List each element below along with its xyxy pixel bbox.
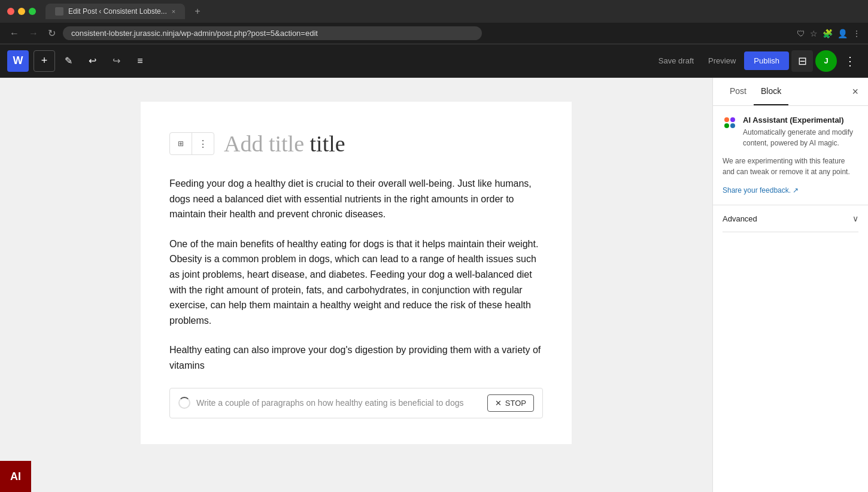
ai-stop-button[interactable]: ✕ STOP: [487, 394, 534, 412]
post-title[interactable]: Add title title: [224, 130, 543, 157]
undo-icon: ↩: [89, 55, 96, 66]
ai-spinner: [178, 397, 190, 409]
plus-icon: +: [41, 54, 48, 67]
title-placeholder: Add title: [224, 131, 304, 156]
jetpack-button[interactable]: J: [815, 50, 837, 72]
publish-button[interactable]: Publish: [744, 51, 789, 70]
ai-panel-note: We are experimenting with this feature a…: [723, 156, 858, 177]
wp-toolbar: W + ✎ ↩ ↪ ≡ Save draft Preview Publish ⊟…: [0, 44, 868, 78]
settings-icon: ⊟: [798, 54, 807, 68]
tab-close-icon[interactable]: ×: [172, 8, 175, 15]
star-icon[interactable]: ☆: [810, 29, 818, 38]
block-toolbar: ⊞ ⋮: [169, 132, 214, 155]
tab-favicon: [55, 7, 63, 16]
wp-main: ⊞ ⋮ Add title title Feeding your dog a h…: [0, 78, 868, 492]
svg-point-0: [724, 117, 729, 122]
sidebar: Post Block ×: [712, 78, 868, 492]
browser-tab[interactable]: Edit Post ‹ Consistent Lobste... ×: [45, 4, 185, 19]
redo-button[interactable]: ↪: [105, 50, 127, 72]
extensions-icon[interactable]: 🧩: [823, 29, 833, 38]
more-menu-button[interactable]: ⋮: [839, 50, 861, 72]
list-icon: ≡: [137, 56, 142, 66]
preview-button[interactable]: Preview: [702, 53, 742, 69]
tab-new-icon[interactable]: +: [190, 4, 205, 19]
ai-assistant-icon: [723, 116, 737, 130]
settings-toggle-button[interactable]: ⊟: [791, 50, 813, 72]
ai-feedback-link[interactable]: Share your feedback. ↗: [723, 186, 799, 195]
grid-icon: ⊞: [178, 139, 184, 148]
advanced-header[interactable]: Advanced ∨: [723, 205, 858, 232]
editor-content: ⊞ ⋮ Add title title Feeding your dog a h…: [141, 102, 572, 444]
add-block-button[interactable]: +: [34, 50, 55, 72]
ai-prompt-bar: Write a couple of paragraphs on how heal…: [169, 388, 543, 418]
address-input[interactable]: [63, 26, 482, 40]
svg-point-3: [730, 123, 735, 128]
sidebar-close-button[interactable]: ×: [852, 86, 858, 98]
nav-refresh-button[interactable]: ↻: [45, 25, 58, 41]
more-icon: ⋮: [844, 54, 856, 68]
browser-dots: [7, 8, 36, 15]
paragraph-2[interactable]: One of the main benefits of healthy eati…: [169, 236, 543, 329]
dot-green[interactable]: [29, 8, 36, 15]
svg-point-2: [724, 123, 729, 128]
shield-icon: 🛡: [797, 29, 805, 38]
address-bar: ← → ↻ 🛡 ☆ 🧩 👤 ⋮: [0, 23, 868, 44]
advanced-title: Advanced: [723, 214, 757, 223]
undo-button[interactable]: ↩: [81, 50, 103, 72]
redo-icon: ↪: [113, 55, 120, 66]
x-icon: ✕: [495, 399, 502, 408]
wp-logo[interactable]: W: [7, 50, 29, 72]
save-draft-button[interactable]: Save draft: [652, 53, 700, 69]
nav-forward-button[interactable]: →: [26, 26, 41, 41]
dot-red[interactable]: [7, 8, 14, 15]
paragraph-3[interactable]: Healthy eating can also improve your dog…: [169, 342, 543, 373]
block-options-button[interactable]: ⋮: [192, 133, 214, 154]
browser-chrome: Edit Post ‹ Consistent Lobste... × +: [0, 0, 868, 23]
wp-editor: W + ✎ ↩ ↪ ≡ Save draft Preview Publish ⊟…: [0, 44, 868, 492]
paragraph-1[interactable]: Feeding your dog a healthy diet is cruci…: [169, 176, 543, 222]
profile-icon[interactable]: 👤: [837, 29, 848, 38]
ai-prompt-text: Write a couple of paragraphs on how heal…: [196, 398, 481, 408]
tab-block[interactable]: Block: [754, 78, 788, 105]
ai-assistant-panel: AI Assistant (Experimental) Automaticall…: [713, 106, 868, 205]
svg-point-1: [730, 117, 735, 122]
pencil-icon: ✎: [65, 55, 72, 66]
advanced-section: Advanced ∨: [713, 205, 868, 232]
editor-area: ⊞ ⋮ Add title title Feeding your dog a h…: [0, 78, 712, 492]
ai-panel-description: Automatically generate and modify conten…: [743, 127, 858, 148]
ai-bar-label: AI: [10, 470, 21, 483]
chevron-down-icon: ∨: [852, 214, 858, 223]
ai-panel-title: AI Assistant (Experimental): [743, 116, 858, 124]
title-block: ⊞ ⋮ Add title title: [169, 130, 543, 157]
dot-yellow[interactable]: [18, 8, 25, 15]
block-change-type-button[interactable]: ⊞: [170, 133, 192, 154]
sidebar-tabs: Post Block ×: [713, 78, 868, 106]
list-view-button[interactable]: ≡: [129, 50, 151, 72]
bottom-ai-bar[interactable]: AI: [0, 461, 31, 492]
more-options-icon[interactable]: ⋮: [852, 29, 861, 38]
options-icon: ⋮: [198, 138, 208, 150]
edit-mode-button[interactable]: ✎: [57, 50, 79, 72]
nav-back-button[interactable]: ←: [7, 26, 22, 41]
tab-post[interactable]: Post: [723, 78, 754, 105]
tab-title: Edit Post ‹ Consistent Lobste...: [68, 7, 167, 16]
